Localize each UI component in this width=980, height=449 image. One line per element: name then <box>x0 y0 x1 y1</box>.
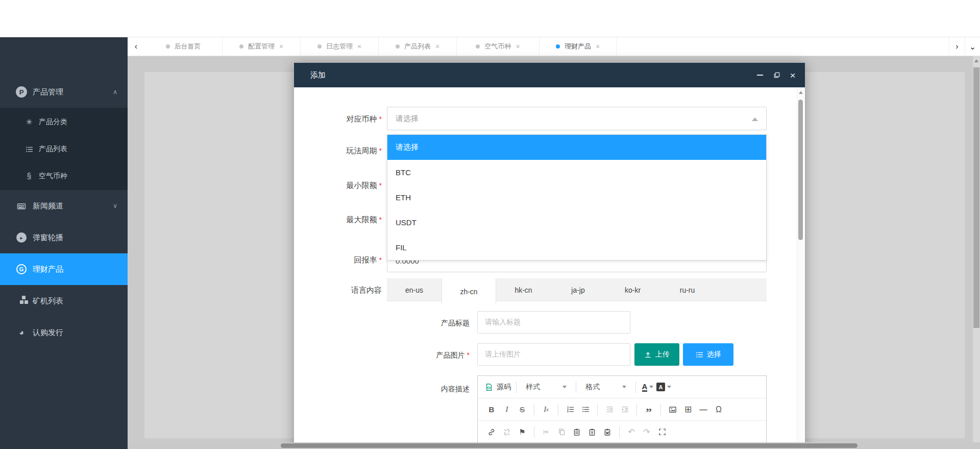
pasteword-button[interactable] <box>601 426 614 439</box>
upload-button[interactable]: 上传 <box>634 343 679 366</box>
tab-配置管理[interactable]: 配置管理× <box>223 37 301 56</box>
table-button[interactable]: ⊞ <box>681 403 695 416</box>
ol-button[interactable] <box>564 403 577 416</box>
link-button[interactable] <box>485 426 498 439</box>
upload-button-label: 上传 <box>655 350 670 359</box>
sidebar-item-空气币种[interactable]: §空气币种 <box>0 162 128 190</box>
tab-dot <box>476 44 480 49</box>
tab-close-icon[interactable]: × <box>435 43 439 50</box>
pastetext-button[interactable] <box>585 426 599 439</box>
tab-理财产品[interactable]: 理财产品× <box>540 37 617 56</box>
desc-field-label: 内容描述 <box>388 385 470 394</box>
removeformat-button[interactable]: Ix <box>540 403 553 416</box>
sidebar-item-产品分类[interactable]: ✳产品分类 <box>0 108 128 135</box>
copy-icon <box>558 428 566 436</box>
dropdown-option-BTC[interactable]: BTC <box>387 160 766 185</box>
source-code-button[interactable]: 源码 <box>485 381 511 394</box>
lang-tab-zh-cn[interactable]: zh-cn <box>442 278 496 304</box>
cubes-icon <box>15 296 28 305</box>
tab-close-icon[interactable]: × <box>357 43 361 50</box>
sidebar-item-矿机列表[interactable]: 矿机列表 <box>0 285 128 317</box>
sidebar-item-弹窗轮播[interactable]: ▸弹窗轮播 <box>0 222 128 253</box>
choose-button[interactable]: 选择 <box>683 343 733 366</box>
sidebar-item-新闻频道[interactable]: 新闻频道∨ <box>0 190 128 222</box>
tabs-scroll-right-button[interactable]: › <box>949 37 965 56</box>
dropdown-option-USDT[interactable]: USDT <box>387 210 766 235</box>
image-button[interactable] <box>666 403 679 416</box>
hr-button[interactable]: ― <box>697 403 710 416</box>
news-icon <box>15 201 28 210</box>
clip-icon <box>573 428 581 436</box>
modal-vscrollbar[interactable] <box>797 87 804 449</box>
sidebar-item-认购发行[interactable]: ◕认购发行 <box>0 317 128 348</box>
tab-label: 配置管理 <box>248 42 275 51</box>
toolbar-separator <box>558 404 558 415</box>
omega-button[interactable]: Ω <box>712 403 725 416</box>
dropdown-option-ETH[interactable]: ETH <box>387 185 766 210</box>
tab-label: 产品列表 <box>404 42 431 51</box>
tab-dot <box>396 44 400 49</box>
lang-tab-ru-ru[interactable]: ru-ru <box>660 278 715 301</box>
period-field-label: 玩法周期* <box>294 146 382 156</box>
dropdown-option-请选择[interactable]: 请选择 <box>387 135 766 160</box>
outdent-icon <box>606 406 614 413</box>
scroll-up-arrow-icon[interactable] <box>799 91 803 94</box>
list-icon <box>696 351 703 359</box>
page-vscrollbar[interactable] <box>973 56 980 442</box>
sidebar-item-理财产品[interactable]: G理财产品 <box>0 253 128 285</box>
modal-vscroll-thumb[interactable] <box>798 100 803 240</box>
tabs-scroll-left-button[interactable]: ‹ <box>128 37 144 56</box>
tab-空气币种[interactable]: 空气币种× <box>457 37 540 56</box>
product-title-input[interactable]: 请输入标题 <box>477 311 630 334</box>
window-hscrollbar[interactable] <box>128 442 980 449</box>
scroll-up-arrow-icon[interactable] <box>974 59 978 62</box>
open-tabs: 后台首页配置管理×日志管理×产品列表×空气币种×理财产品× <box>144 37 617 56</box>
dropdown-option-FIL[interactable]: FIL <box>387 235 766 260</box>
lang-tab-ja-jp[interactable]: ja-jp <box>551 278 605 301</box>
language-tabs: en-uszh-cnhk-cnja-jpko-krru-ru <box>387 278 767 301</box>
tab-close-icon[interactable]: × <box>279 43 283 50</box>
maximize-button[interactable] <box>655 426 669 439</box>
bold-button[interactable]: B <box>485 403 498 416</box>
product-image-input[interactable]: 请上传图片 <box>477 343 630 366</box>
styles-dropdown[interactable]: 样式 <box>522 380 571 394</box>
unlink-button <box>500 426 513 439</box>
link-icon <box>487 428 496 436</box>
lang-tab-ko-kr[interactable]: ko-kr <box>605 278 660 301</box>
tab-日志管理[interactable]: 日志管理× <box>301 37 379 56</box>
tab-dot <box>317 44 322 49</box>
sidebar-item-产品列表[interactable]: 产品列表 <box>0 135 128 162</box>
toolbar-separator <box>635 382 636 393</box>
format-dropdown[interactable]: 格式 <box>581 380 630 394</box>
coin-select[interactable]: 请选择 <box>387 107 767 130</box>
quote-button[interactable]: ” <box>642 403 655 416</box>
close-button[interactable]: × <box>785 63 800 87</box>
tab-dot <box>239 44 243 49</box>
lang-tab-hk-cn[interactable]: hk-cn <box>496 278 551 301</box>
tab-dot <box>166 44 170 49</box>
strike-button[interactable]: S <box>516 403 529 416</box>
tab-close-icon[interactable]: × <box>596 43 600 50</box>
indent-button <box>618 403 631 416</box>
tab-close-icon[interactable]: × <box>516 43 520 50</box>
tabs-menu-button[interactable]: ⌄ <box>965 37 980 56</box>
window-hscroll-thumb[interactable] <box>281 443 857 448</box>
carousel-icon: ▸ <box>15 232 28 243</box>
close-icon: × <box>790 70 795 80</box>
maximize-button[interactable] <box>769 63 785 87</box>
indent-icon <box>621 406 629 413</box>
tab-后台首页[interactable]: 后台首页 <box>144 37 223 56</box>
text-color-button[interactable]: A <box>641 381 654 394</box>
minimize-button[interactable] <box>752 63 768 87</box>
italic-button[interactable]: I <box>500 403 513 416</box>
sidebar-item-label: 产品管理 <box>33 87 63 97</box>
ul-button[interactable] <box>579 403 592 416</box>
bg-color-button[interactable]: A <box>656 381 671 394</box>
paste-button[interactable] <box>570 426 583 439</box>
sidebar-item-产品管理[interactable]: P产品管理∧ <box>0 76 128 108</box>
page-vscroll-thumb[interactable] <box>973 67 979 328</box>
restore-icon <box>773 72 780 79</box>
lang-tab-en-us[interactable]: en-us <box>387 278 442 301</box>
tab-产品列表[interactable]: 产品列表× <box>379 37 457 56</box>
flag-button[interactable]: ⚑ <box>516 426 529 439</box>
